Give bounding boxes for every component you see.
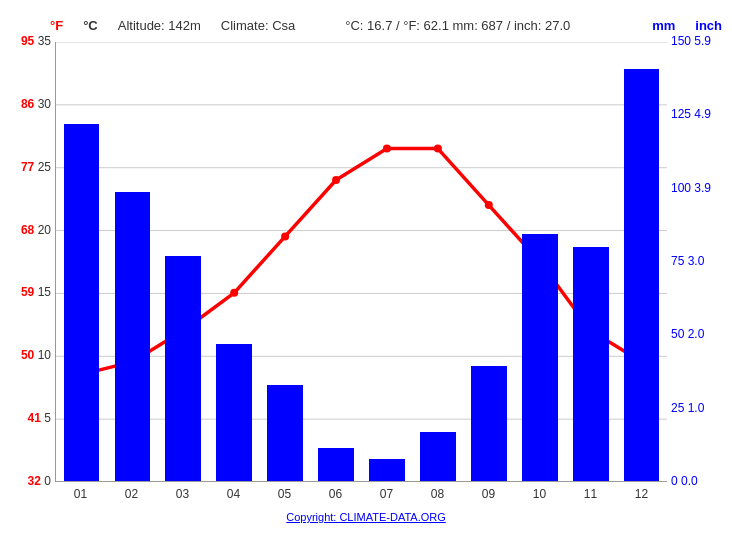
- x-axis-label: 04: [208, 487, 259, 501]
- bar-group: [260, 42, 311, 481]
- right-axis-tick: 75 3.0: [671, 255, 704, 267]
- bar: [522, 234, 558, 482]
- altitude-info: Altitude: 142m: [118, 18, 201, 33]
- left-axis-tick: 77 25: [21, 161, 51, 173]
- bar-group: [514, 42, 565, 481]
- x-axis-label: 02: [106, 487, 157, 501]
- bar: [318, 448, 354, 481]
- celsius-label: °C: [83, 18, 98, 33]
- right-axis-tick: 100 3.9: [671, 182, 711, 194]
- bar: [115, 192, 151, 481]
- right-axis-tick: 150 5.9: [671, 35, 711, 47]
- bar-group: [412, 42, 463, 481]
- bar-group: [311, 42, 362, 481]
- bar-group: [616, 42, 667, 481]
- bar-group: [209, 42, 260, 481]
- fahrenheit-label: °F: [50, 18, 63, 33]
- right-axis-tick: 50 2.0: [671, 328, 704, 340]
- right-axis-tick: 25 1.0: [671, 402, 704, 414]
- bar: [267, 385, 303, 481]
- mm-label: mm: [652, 18, 675, 33]
- bar: [624, 69, 660, 482]
- bar: [471, 366, 507, 482]
- x-axis-label: 07: [361, 487, 412, 501]
- x-axis-label: 06: [310, 487, 361, 501]
- bar: [369, 459, 405, 481]
- left-axis-tick: 41 5: [28, 412, 51, 424]
- right-axis-tick: 0 0.0: [671, 475, 698, 487]
- left-axis-tick: 59 15: [21, 286, 51, 298]
- x-axis-label: 08: [412, 487, 463, 501]
- x-axis-label: 09: [463, 487, 514, 501]
- chart-header: °F °C Altitude: 142m Climate: Csa °C: 16…: [0, 10, 732, 37]
- copyright-text: Copyright: CLIMATE-DATA.ORG: [286, 511, 446, 523]
- bar: [165, 256, 201, 482]
- bar-group: [107, 42, 158, 481]
- bar: [216, 344, 252, 482]
- x-axis-label: 01: [55, 487, 106, 501]
- left-axis-tick: 50 10: [21, 349, 51, 361]
- x-axis-label: 03: [157, 487, 208, 501]
- bars-container: [56, 42, 667, 481]
- left-axis-tick: 68 20: [21, 224, 51, 236]
- chart-container: °F °C Altitude: 142m Climate: Csa °C: 16…: [0, 0, 732, 556]
- bar-group: [565, 42, 616, 481]
- bar: [573, 247, 609, 481]
- stats-info: °C: 16.7 / °F: 62.1 mm: 687 / inch: 27.0: [345, 18, 570, 33]
- right-axis-tick: 125 4.9: [671, 108, 711, 120]
- bar-group: [463, 42, 514, 481]
- x-axis-label: 05: [259, 487, 310, 501]
- bar: [64, 124, 100, 482]
- x-axis: 010203040506070809101112: [55, 487, 667, 501]
- y-axis-left-values: 95 3586 3077 2568 2059 1550 1041 532 0: [0, 42, 55, 482]
- bar-group: [56, 42, 107, 481]
- inch-label: inch: [695, 18, 722, 33]
- x-axis-label: 11: [565, 487, 616, 501]
- climate-info: Climate: Csa: [221, 18, 295, 33]
- left-axis-tick: 32 0: [28, 475, 51, 487]
- x-axis-label: 10: [514, 487, 565, 501]
- y-axis-right: 150 5.9125 4.9100 3.975 3.050 2.025 1.00…: [667, 42, 732, 482]
- bar-group: [158, 42, 209, 481]
- bar-group: [362, 42, 413, 481]
- left-axis-tick: 86 30: [21, 98, 51, 110]
- chart-plot-area: [55, 42, 667, 482]
- x-axis-label: 12: [616, 487, 667, 501]
- left-axis-tick: 95 35: [21, 35, 51, 47]
- bar: [420, 432, 456, 482]
